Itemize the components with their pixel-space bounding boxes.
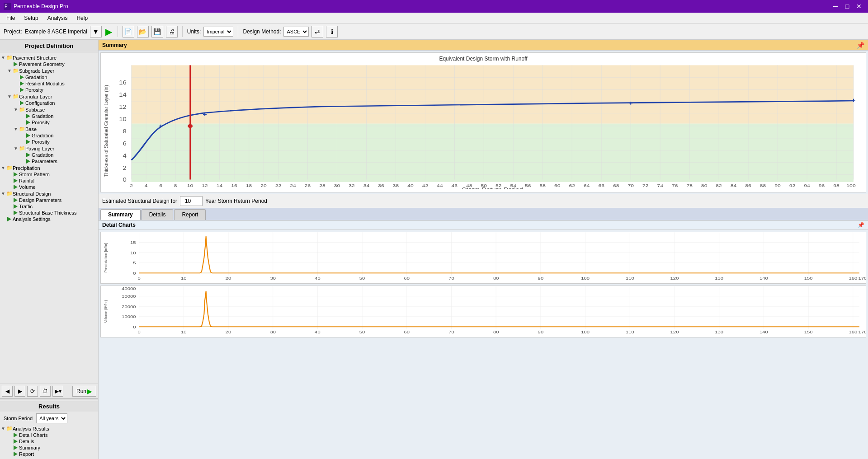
results-tree-item[interactable]: Detail Charts bbox=[0, 432, 98, 438]
info-button[interactable]: ⇄ bbox=[311, 26, 323, 37]
project-tree-item[interactable]: Gradation bbox=[0, 113, 98, 119]
project-tree-item[interactable]: Gradation bbox=[0, 152, 98, 158]
svg-text:24: 24 bbox=[290, 183, 296, 188]
project-tree-item[interactable]: Porosity bbox=[0, 119, 98, 126]
menu-file[interactable]: File bbox=[2, 14, 19, 22]
svg-text:150: 150 bbox=[804, 276, 813, 281]
svg-text:64: 64 bbox=[584, 183, 590, 188]
svg-text:40000: 40000 bbox=[122, 286, 136, 291]
project-tree-item[interactable]: ▼📁Pavement Structure bbox=[0, 54, 98, 61]
refresh-button[interactable]: ⟳ bbox=[27, 386, 38, 397]
svg-text:6: 6 bbox=[159, 183, 162, 188]
design-method-select[interactable]: ASCE bbox=[283, 27, 309, 37]
leaf-icon bbox=[14, 198, 18, 202]
project-tree-item[interactable]: ▼📁Granular Layer bbox=[0, 93, 98, 100]
left-bottom-toolbar: ◀ ▶ ⟳ ⏱ ▶▾ Run ▶ bbox=[0, 384, 98, 398]
project-tree-item[interactable]: Rainfall bbox=[0, 178, 98, 184]
svg-text:30000: 30000 bbox=[122, 294, 136, 299]
project-tree-item[interactable]: ▼📁Paving Layer bbox=[0, 145, 98, 152]
tab-summary[interactable]: Summary bbox=[100, 209, 141, 220]
project-tree-item[interactable]: ▼📁Precipitation bbox=[0, 164, 98, 171]
project-tree-item[interactable]: Parameters bbox=[0, 158, 98, 164]
folder-icon: 📁 bbox=[19, 126, 25, 132]
svg-text:130: 130 bbox=[715, 276, 723, 281]
new-button[interactable]: 📄 bbox=[123, 26, 134, 37]
tree-item-label: Paving Layer bbox=[25, 146, 54, 151]
maximize-button[interactable]: □ bbox=[842, 1, 853, 12]
project-tree-item[interactable]: Configuration bbox=[0, 100, 98, 106]
svg-text:82: 82 bbox=[716, 183, 722, 188]
svg-text:32: 32 bbox=[349, 183, 355, 188]
project-tree-item[interactable]: Volume bbox=[0, 184, 98, 190]
svg-text:60: 60 bbox=[404, 276, 410, 281]
svg-text:50: 50 bbox=[359, 276, 365, 281]
menu-setup[interactable]: Setup bbox=[19, 14, 42, 22]
play-dropdown-button[interactable]: ▶▾ bbox=[52, 386, 63, 397]
svg-text:56: 56 bbox=[525, 183, 531, 188]
svg-text:5: 5 bbox=[133, 261, 136, 265]
project-tree-item[interactable]: Pavement Geometry bbox=[0, 61, 98, 67]
clock-button[interactable]: ⏱ bbox=[40, 386, 51, 397]
project-tree-item[interactable]: Gradation bbox=[0, 74, 98, 80]
project-tree-item[interactable]: Resilient Modulus bbox=[0, 80, 98, 87]
project-dropdown-button[interactable]: ▼ bbox=[90, 26, 102, 37]
svg-text:90: 90 bbox=[538, 330, 544, 334]
project-tree-item[interactable]: Storm Pattern bbox=[0, 171, 98, 178]
project-tree-item[interactable]: Gradation bbox=[0, 132, 98, 139]
project-tree-item[interactable]: ▼📁Base bbox=[0, 126, 98, 132]
results-tree-item[interactable]: Summary bbox=[0, 445, 98, 451]
results-tree-item[interactable]: Report bbox=[0, 451, 98, 457]
svg-text:42: 42 bbox=[422, 183, 429, 188]
svg-text:100: 100 bbox=[581, 330, 590, 334]
project-tree-item[interactable]: Porosity bbox=[0, 87, 98, 93]
tab-details[interactable]: Details bbox=[142, 209, 174, 220]
svg-text:Thickness of Saturated Granula: Thickness of Saturated Granular Layer (i… bbox=[103, 85, 109, 177]
top-chart-area: Equivalent Design Storm with Runoff bbox=[100, 52, 866, 192]
tree-item-label: Gradation bbox=[32, 133, 53, 138]
print-button[interactable]: 🖨 bbox=[166, 26, 178, 37]
back-button[interactable]: ◀ bbox=[2, 386, 13, 397]
project-tree-item[interactable]: ▼📁Subbase bbox=[0, 106, 98, 113]
project-tree-item[interactable]: Porosity bbox=[0, 139, 98, 145]
project-tree-item[interactable]: Structural Base Thickness bbox=[0, 210, 98, 216]
summary-title: Summary bbox=[102, 42, 127, 48]
tree-item-label: Subbase bbox=[25, 107, 45, 112]
svg-text:70: 70 bbox=[627, 183, 634, 188]
tab-report[interactable]: Report bbox=[174, 209, 206, 220]
svg-text:10: 10 bbox=[119, 117, 127, 122]
save-button[interactable]: 💾 bbox=[151, 26, 163, 37]
forward-button[interactable]: ▶ bbox=[14, 386, 25, 397]
close-button[interactable]: ✕ bbox=[854, 1, 864, 12]
expand-icon: ▼ bbox=[6, 68, 13, 73]
menu-analysis[interactable]: Analysis bbox=[43, 14, 72, 22]
detail-charts-section: Detail Charts 📌 bbox=[99, 220, 868, 459]
tree-item-label: Structural Design bbox=[13, 191, 51, 197]
svg-text:74: 74 bbox=[657, 183, 663, 188]
project-tree-item[interactable]: Analysis Settings bbox=[0, 216, 98, 222]
results-tree-item[interactable]: Details bbox=[0, 438, 98, 445]
project-tree-item[interactable]: ▼📁Subgrade Layer bbox=[0, 67, 98, 74]
leaf-icon bbox=[26, 120, 31, 125]
project-tree-item[interactable]: ▼📁Structural Design bbox=[0, 190, 98, 197]
leaf-icon bbox=[14, 204, 18, 209]
svg-text:66: 66 bbox=[598, 183, 604, 188]
svg-text:38: 38 bbox=[393, 183, 399, 188]
run-button[interactable]: Run ▶ bbox=[72, 386, 96, 397]
open-button[interactable]: 📂 bbox=[137, 26, 149, 37]
run-play-button[interactable]: ▶ bbox=[104, 26, 113, 37]
svg-text:8: 8 bbox=[123, 129, 127, 135]
storm-period-select[interactable]: All years 1 year 2 year 5 year 10 year 2… bbox=[36, 413, 67, 423]
minimize-button[interactable]: ─ bbox=[830, 1, 841, 12]
svg-text:16: 16 bbox=[231, 183, 237, 188]
svg-text:62: 62 bbox=[569, 183, 575, 188]
project-tree-item[interactable]: Design Parameters bbox=[0, 197, 98, 203]
svg-text:86: 86 bbox=[745, 183, 751, 188]
units-select[interactable]: Imperial Metric bbox=[203, 27, 233, 37]
menu-help[interactable]: Help bbox=[72, 14, 92, 22]
storm-period-input[interactable]: 10 bbox=[180, 196, 203, 206]
tree-item-label: Design Parameters bbox=[19, 197, 61, 203]
results-tree-item[interactable]: ▼📁Analysis Results bbox=[0, 425, 98, 432]
project-tree-item[interactable]: Traffic bbox=[0, 203, 98, 210]
app-title-text: Permeable Design Pro bbox=[14, 3, 68, 9]
help-button[interactable]: ℹ bbox=[326, 26, 338, 37]
